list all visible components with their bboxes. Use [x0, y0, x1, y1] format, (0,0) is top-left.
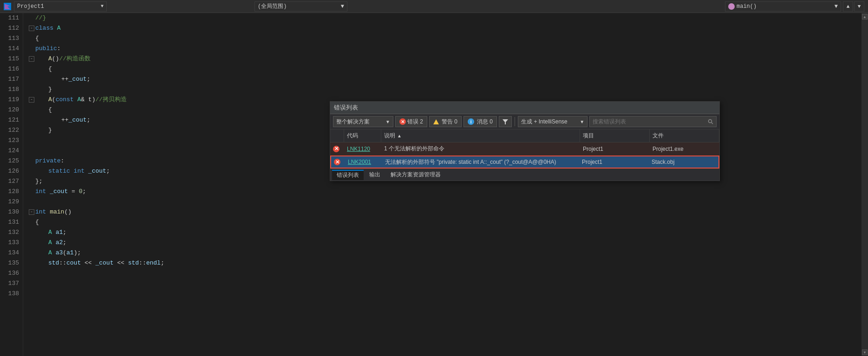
- vs-icon: [4, 3, 11, 10]
- ln-128: 128: [4, 187, 19, 197]
- error-panel-titlebar: 错误列表: [330, 102, 719, 114]
- filter-button[interactable]: [499, 116, 512, 127]
- ln-120: 120: [4, 105, 19, 115]
- ln-115: 115: [4, 54, 19, 64]
- error-panel-toolbar: 整个解决方案 ▼ ✕ 错误 2 警告 0 i 消息 0: [330, 114, 719, 129]
- code-line-113: {: [29, 33, 861, 44]
- error-code-link-2[interactable]: LNK2001: [348, 159, 371, 165]
- build-dropdown[interactable]: 生成 + IntelliSense ▼: [518, 116, 587, 127]
- error-row-1[interactable]: ✕ LNK1120 1 个无法解析的外部命令 Project1 Project1…: [330, 142, 719, 155]
- info-icon: i: [468, 118, 474, 125]
- func-icon: [728, 3, 735, 10]
- code-line-115: - A()//构造函数: [29, 54, 861, 64]
- code-line-134: A a3(a1);: [29, 248, 861, 258]
- collapse-112[interactable]: -: [29, 26, 34, 31]
- error-table-header: 代码 说明 ▲ 项目 文件: [330, 129, 719, 142]
- sort-arrow-icon: ▲: [397, 133, 402, 138]
- col-desc[interactable]: 说明 ▲: [381, 129, 580, 142]
- code-line-111: //}: [29, 13, 861, 23]
- code-lines[interactable]: //} - class A { public:: [23, 13, 861, 356]
- col-code[interactable]: 代码: [344, 129, 381, 142]
- error-panel-title: 错误列表: [334, 104, 358, 112]
- code-line-114: public:: [29, 44, 861, 54]
- cell-project-2: Project1: [579, 156, 649, 168]
- error-icon: ✕: [399, 118, 406, 125]
- title-bar: Project1 ▼ (全局范围) ▼ main() ▼ ▲ ▼: [0, 0, 868, 13]
- toolbar-separator: [515, 117, 515, 126]
- ln-134: 134: [4, 248, 19, 258]
- ln-123: 123: [4, 136, 19, 146]
- code-line-132: A a1;: [29, 227, 861, 238]
- col-file[interactable]: 文件: [650, 129, 719, 142]
- code-line-133: A a2;: [29, 238, 861, 248]
- ln-131: 131: [4, 217, 19, 227]
- scope-dropdown-arrow: ▼: [341, 3, 344, 10]
- cell-file-2: Stack.obj: [649, 156, 718, 168]
- ln-111: 111: [4, 13, 19, 23]
- code-editor: 111 112 113 114 115 116 117 118 119 120 …: [0, 13, 868, 356]
- search-box[interactable]: [589, 116, 717, 127]
- scroll-up-btn[interactable]: ▲: [862, 14, 868, 19]
- code-line-118: }: [29, 84, 861, 95]
- code-line-137: [29, 278, 861, 289]
- ln-118: 118: [4, 84, 19, 95]
- message-filter-btn[interactable]: i 消息 0: [463, 116, 497, 127]
- ln-124: 124: [4, 146, 19, 156]
- error-scope-select[interactable]: 整个解决方案 ▼: [333, 116, 393, 127]
- nav-buttons: ▲ ▼: [843, 1, 864, 12]
- error-filter-btn[interactable]: ✕ 错误 2: [395, 116, 427, 127]
- tab-solution[interactable]: 解决方案资源管理器: [386, 170, 445, 180]
- code-line-129: [29, 197, 861, 207]
- ln-130: 130: [4, 207, 19, 217]
- scroll-down-btn[interactable]: ▼: [862, 350, 868, 355]
- svg-point-2: [709, 120, 712, 123]
- error-code-link-1[interactable]: LNK1120: [347, 146, 370, 152]
- ln-138: 138: [4, 289, 19, 299]
- error-circle-icon-1: ✕: [333, 146, 339, 152]
- project-dropdown[interactable]: Project1 ▼: [14, 1, 107, 12]
- svg-line-3: [711, 123, 713, 124]
- nav-up-button[interactable]: ▲: [843, 1, 853, 12]
- code-line-138: [29, 289, 861, 299]
- project-dropdown-arrow: ▼: [101, 4, 104, 9]
- ln-121: 121: [4, 115, 19, 125]
- code-line-117: ++_cout;: [29, 74, 861, 84]
- ln-125: 125: [4, 156, 19, 166]
- line-numbers: 111 112 113 114 115 116 117 118 119 120 …: [0, 13, 23, 356]
- ln-135: 135: [4, 258, 19, 268]
- ln-112: 112: [4, 23, 19, 33]
- func-dropdown[interactable]: main() ▼: [725, 1, 841, 12]
- nav-down-button[interactable]: ▼: [854, 1, 864, 12]
- ln-113: 113: [4, 33, 19, 44]
- filter-icon: [502, 118, 509, 125]
- right-scrollbar: ▲ ▼: [861, 13, 868, 356]
- cell-icon-2: ✕: [331, 156, 345, 168]
- code-line-112: - class A: [29, 23, 861, 33]
- cell-code-1: LNK1120: [344, 142, 381, 155]
- collapse-119[interactable]: -: [29, 97, 34, 103]
- warning-filter-btn[interactable]: 警告 0: [429, 116, 462, 127]
- tab-errors[interactable]: 错误列表: [332, 170, 364, 180]
- ln-122: 122: [4, 125, 19, 136]
- col-icon[interactable]: [330, 129, 344, 142]
- error-circle-icon-2: ✕: [334, 159, 340, 165]
- cell-desc-2: 无法解析的外部符号 "private: static int A::_cout"…: [382, 156, 579, 168]
- search-input[interactable]: [593, 118, 708, 125]
- ln-136: 136: [4, 268, 19, 278]
- collapse-130[interactable]: -: [29, 209, 34, 215]
- ln-137: 137: [4, 278, 19, 289]
- code-line-135: std::cout << _cout << std::endl;: [29, 258, 861, 268]
- code-line-128: int _cout = 0;: [29, 187, 861, 197]
- tab-output[interactable]: 输出: [365, 170, 385, 180]
- code-line-116: {: [29, 64, 861, 74]
- code-line-130: - int main(): [29, 207, 861, 217]
- col-project[interactable]: 项目: [580, 129, 650, 142]
- code-line-136: [29, 268, 861, 278]
- collapse-115[interactable]: -: [29, 56, 34, 62]
- ln-129: 129: [4, 197, 19, 207]
- ln-127: 127: [4, 176, 19, 187]
- ln-126: 126: [4, 166, 19, 176]
- scope-dropdown[interactable]: (全局范围) ▼: [255, 1, 347, 12]
- ln-132: 132: [4, 227, 19, 238]
- error-row-2[interactable]: ✕ LNK2001 无法解析的外部符号 "private: static int…: [330, 155, 719, 168]
